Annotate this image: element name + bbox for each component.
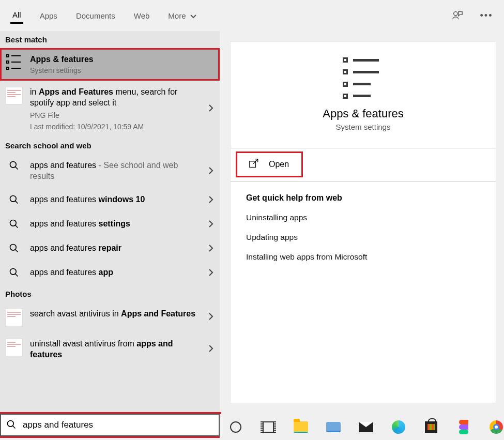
tab-web[interactable]: Web xyxy=(132,8,152,23)
result-subtitle: System settings xyxy=(30,66,213,74)
photo-thumbnail-icon xyxy=(5,339,23,356)
chevron-right-icon xyxy=(208,267,213,279)
result-photo-2[interactable]: uninstall avast antivirus from apps and … xyxy=(0,332,220,367)
chevron-right-icon xyxy=(208,165,213,177)
search-input[interactable] xyxy=(22,419,213,431)
result-file-type: PNG File xyxy=(30,111,201,119)
search-input-container[interactable] xyxy=(0,414,220,436)
chevron-right-icon xyxy=(208,343,213,355)
help-link-updating[interactable]: Updating apps xyxy=(231,227,496,247)
preview-panel: Apps & features System settings Open Get… xyxy=(230,41,496,403)
tab-all[interactable]: All xyxy=(10,7,23,24)
result-file-modified: Last modified: 10/9/2021, 10:59 AM xyxy=(30,123,201,131)
preview-subtitle: System settings xyxy=(236,123,491,131)
search-icon xyxy=(5,194,23,205)
chevron-right-icon xyxy=(208,103,213,115)
chrome-icon[interactable] xyxy=(488,419,504,435)
result-photo-text: uninstall avast antivirus from apps and … xyxy=(30,339,201,360)
svg-line-10 xyxy=(16,274,18,276)
search-icon xyxy=(5,219,23,229)
svg-line-2 xyxy=(16,167,18,170)
section-best-match: Best match xyxy=(0,31,220,48)
cortana-icon[interactable] xyxy=(227,419,243,435)
svg-point-9 xyxy=(10,268,17,275)
result-web-text: apps and features settings xyxy=(30,219,201,230)
file-explorer-icon[interactable] xyxy=(293,419,309,435)
onscreen-keyboard-icon[interactable] xyxy=(325,419,341,435)
result-web-repair[interactable]: apps and features repair xyxy=(0,237,220,261)
file-thumbnail-icon xyxy=(5,87,23,104)
result-web-windows10[interactable]: apps and features windows 10 xyxy=(0,188,220,213)
svg-point-1 xyxy=(10,162,17,168)
taskbar xyxy=(220,414,504,440)
open-icon xyxy=(249,159,259,170)
result-photo-text: search avast antivirus in Apps and Featu… xyxy=(30,309,201,320)
search-icon xyxy=(5,243,23,253)
tab-apps[interactable]: Apps xyxy=(38,8,59,23)
result-title: Apps & features xyxy=(30,54,213,65)
result-png-file[interactable]: in Apps and Features menu, search for sp… xyxy=(0,81,220,138)
microsoft-store-icon[interactable] xyxy=(423,419,439,435)
result-web-text: apps and features windows 10 xyxy=(30,194,201,205)
svg-line-4 xyxy=(16,201,18,203)
svg-point-5 xyxy=(10,220,17,226)
result-web-base[interactable]: apps and features - See school and web r… xyxy=(0,154,220,188)
search-icon xyxy=(5,160,23,171)
svg-point-0 xyxy=(454,12,457,16)
help-title: Get quick help from web xyxy=(231,182,496,208)
preview-title: Apps & features xyxy=(236,107,491,120)
result-apps-and-features[interactable]: Apps & features System settings xyxy=(0,48,220,81)
svg-point-12 xyxy=(8,420,14,427)
chevron-right-icon xyxy=(208,311,213,323)
more-options-icon[interactable]: ••• xyxy=(479,8,494,23)
section-photos: Photos xyxy=(0,285,220,302)
photo-thumbnail-icon xyxy=(5,309,23,326)
chevron-down-icon xyxy=(190,11,196,20)
result-web-app[interactable]: apps and features app xyxy=(0,261,220,285)
chevron-right-icon xyxy=(208,243,213,255)
result-web-text: apps and features - See school and web r… xyxy=(30,160,201,182)
search-results-panel: Best match Apps & features System settin… xyxy=(0,31,220,414)
result-file-title: in Apps and Features menu, search for sp… xyxy=(30,87,201,109)
result-web-text: apps and features app xyxy=(30,267,201,278)
svg-point-3 xyxy=(10,195,17,202)
edge-icon[interactable] xyxy=(390,419,406,435)
svg-line-13 xyxy=(13,426,16,428)
result-photo-1[interactable]: search avast antivirus in Apps and Featu… xyxy=(0,302,220,332)
chevron-right-icon xyxy=(208,219,213,231)
svg-line-6 xyxy=(16,225,18,227)
section-search-web: Search school and web xyxy=(0,137,220,154)
task-view-icon[interactable] xyxy=(260,419,276,435)
svg-line-8 xyxy=(16,249,18,252)
search-icon xyxy=(6,419,17,431)
mail-icon[interactable] xyxy=(358,419,374,435)
tab-more-label: More xyxy=(168,11,186,20)
tab-more[interactable]: More xyxy=(166,8,198,23)
tab-documents[interactable]: Documents xyxy=(74,8,117,23)
search-filter-tabs: All Apps Documents Web More ••• xyxy=(0,0,504,31)
figma-icon[interactable] xyxy=(455,419,471,435)
apps-features-large-icon xyxy=(343,57,384,99)
result-web-text: apps and features repair xyxy=(30,243,201,254)
help-link-installing-web[interactable]: Installing web apps from Microsoft xyxy=(231,247,496,267)
open-button[interactable]: Open xyxy=(236,151,303,177)
search-icon xyxy=(5,267,23,278)
help-link-uninstalling[interactable]: Uninstalling apps xyxy=(231,208,496,227)
feedback-icon[interactable] xyxy=(450,8,465,23)
apps-features-icon xyxy=(5,54,23,70)
open-label: Open xyxy=(269,160,289,169)
svg-point-7 xyxy=(10,244,17,250)
chevron-right-icon xyxy=(208,194,213,206)
result-web-settings[interactable]: apps and features settings xyxy=(0,213,220,237)
